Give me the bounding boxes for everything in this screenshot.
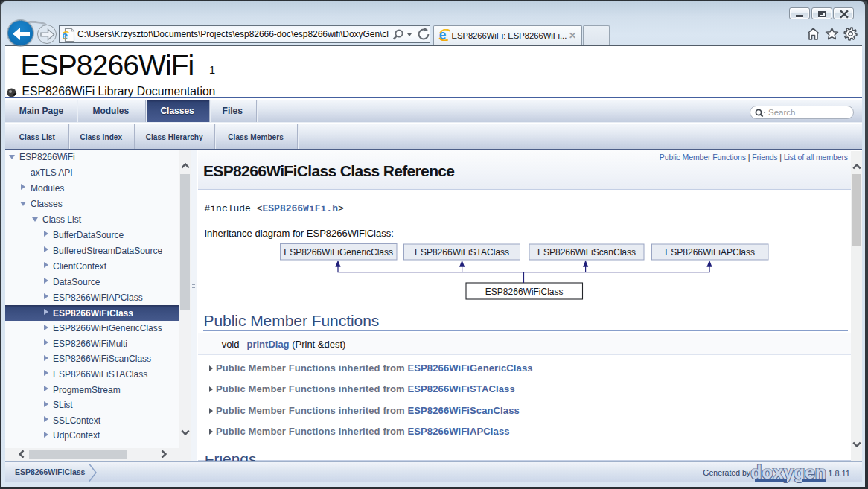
svg-text:ESP8266WiFiClass: ESP8266WiFiClass: [485, 287, 564, 297]
svg-text:ESP8266WiFiScanClass: ESP8266WiFiScanClass: [537, 247, 636, 258]
svg-text:ESP8266WiFiSTAClass: ESP8266WiFiSTAClass: [415, 247, 509, 258]
svg-text:ESP8266WiFiGenericClass: ESP8266WiFiGenericClass: [284, 247, 393, 258]
svg-text:ESP8266WiFiAPClass: ESP8266WiFiAPClass: [665, 247, 755, 258]
